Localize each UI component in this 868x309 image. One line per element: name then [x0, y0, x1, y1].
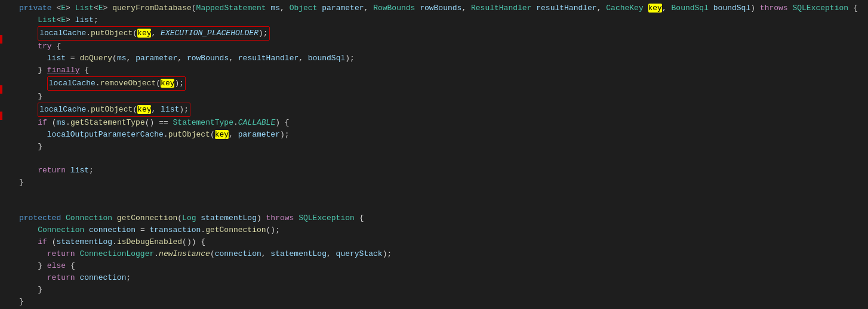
code-line-18: protected Connection getConnection(Log s… [0, 212, 868, 224]
code-line-22: } else { [0, 260, 868, 272]
line-content-20: if (statementLog.isDebugEnabled()) { [17, 236, 868, 248]
code-line-16 [0, 189, 868, 200]
line-content-18: protected Connection getConnection(Log s… [17, 212, 868, 224]
line-content-24: } [17, 284, 868, 296]
code-line-19: Connection connection = transaction.getC… [0, 224, 868, 236]
line-content-12: } [17, 141, 868, 153]
line-content-10: if (ms.getStatementType() == StatementTy… [17, 117, 868, 129]
code-line-6: } finally { [0, 64, 868, 76]
code-editor: private <E> List<E> queryFromDatabase(Ma… [0, 0, 868, 309]
code-line-17 [0, 200, 868, 212]
line-content-2: List<E> list; [17, 14, 868, 26]
code-line-7: localCache.removeObject(key); [0, 76, 868, 91]
code-line-11: localOutputParameterCache.putObject(key,… [0, 129, 868, 141]
line-content-15: } [17, 177, 868, 189]
line-content-5: list = doQuery(ms, parameter, rowBounds,… [17, 52, 868, 64]
code-line-12: } [0, 141, 868, 153]
line-content-1: private <E> List<E> queryFromDatabase(Ma… [17, 2, 868, 14]
code-line-24: } [0, 284, 868, 296]
code-line-4: try { [0, 41, 868, 52]
line-content-11: localOutputParameterCache.putObject(key,… [17, 129, 868, 141]
line-content-14: return list; [17, 165, 868, 177]
line-content-6: } finally { [17, 64, 868, 76]
line-content-4: try { [17, 41, 868, 52]
code-line-3: localCache.putObject(key, EXECUTION_PLAC… [0, 26, 868, 41]
code-line-23: return connection; [0, 272, 868, 284]
code-line-13 [0, 153, 868, 165]
line-content-23: return connection; [17, 272, 868, 284]
code-line-9: localCache.putObject(key, list); [0, 103, 868, 117]
code-line-25: } [0, 296, 868, 308]
line-content-19: Connection connection = transaction.getC… [17, 224, 868, 236]
code-line-21: return ConnectionLogger.newInstance(conn… [0, 248, 868, 260]
code-line-1: private <E> List<E> queryFromDatabase(Ma… [0, 2, 868, 14]
code-line-20: if (statementLog.isDebugEnabled()) { [0, 236, 868, 248]
line-content-7: localCache.removeObject(key); [17, 76, 868, 91]
line-content-8: } [17, 91, 868, 103]
code-line-5: list = doQuery(ms, parameter, rowBounds,… [0, 52, 868, 64]
code-line-10: if (ms.getStatementType() == StatementTy… [0, 117, 868, 129]
line-content-3: localCache.putObject(key, EXECUTION_PLAC… [17, 26, 868, 41]
code-line-2: List<E> list; [0, 14, 868, 26]
line-content-25: } [17, 296, 868, 308]
line-content-21: return ConnectionLogger.newInstance(conn… [17, 248, 868, 260]
line-content-22: } else { [17, 260, 868, 272]
code-line-15: } [0, 177, 868, 189]
line-content-9: localCache.putObject(key, list); [17, 103, 868, 117]
code-line-8: } [0, 91, 868, 103]
code-line-14: return list; [0, 165, 868, 177]
